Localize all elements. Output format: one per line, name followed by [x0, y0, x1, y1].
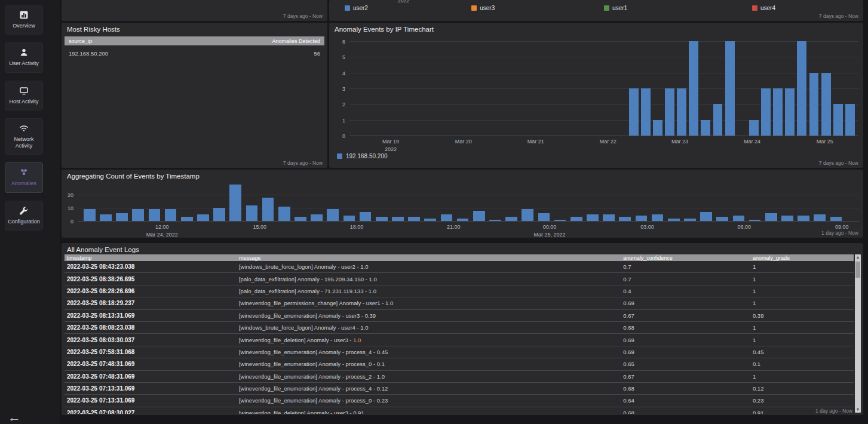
- bar[interactable]: [424, 219, 436, 221]
- bar[interactable]: [814, 214, 826, 221]
- bar[interactable]: [798, 216, 809, 221]
- bar[interactable]: [636, 216, 648, 221]
- bar[interactable]: [181, 217, 193, 221]
- table-row[interactable]: 2022-03-25 07:13:31.069[wineventlog_file…: [65, 383, 854, 395]
- bar[interactable]: [571, 217, 582, 221]
- bar[interactable]: [689, 41, 698, 136]
- bar[interactable]: [761, 88, 771, 136]
- bar[interactable]: [700, 212, 712, 221]
- ip-chart-legend[interactable]: 192.168.50.200: [337, 153, 388, 159]
- sidebar-item-overview[interactable]: Overview: [5, 5, 43, 35]
- bar[interactable]: [100, 214, 112, 221]
- bar[interactable]: [749, 220, 761, 221]
- table-row[interactable]: 2022-03-25 07:08:30.027[wineventlog_file…: [65, 407, 854, 414]
- column-header-anomaly-confidence[interactable]: anomaly_confidence: [621, 255, 750, 261]
- sidebar-item-configuration[interactable]: Configuration: [5, 201, 43, 231]
- bar[interactable]: [295, 217, 306, 221]
- table-row[interactable]: 2022-03-25 08:03:30.037[wineventlog_file…: [65, 334, 854, 346]
- legend-item-user1[interactable]: user1: [604, 5, 627, 11]
- table-row[interactable]: 2022-03-25 08:43:23.038[windows_brute_fo…: [65, 261, 854, 273]
- scroll-up-icon[interactable]: ▲: [855, 254, 861, 260]
- sidebar-item-host-activity[interactable]: Host Activity: [5, 81, 43, 110]
- bar[interactable]: [668, 219, 680, 221]
- bar[interactable]: [701, 120, 710, 136]
- bar[interactable]: [262, 198, 274, 221]
- bar[interactable]: [629, 88, 639, 136]
- bar[interactable]: [821, 73, 831, 136]
- bar[interactable]: [522, 209, 533, 221]
- bar[interactable]: [229, 185, 241, 221]
- bar[interactable]: [641, 88, 651, 136]
- bar[interactable]: [360, 212, 372, 221]
- bar[interactable]: [165, 209, 177, 221]
- column-header-message[interactable]: message: [237, 255, 621, 261]
- bar[interactable]: [733, 216, 745, 221]
- bar[interactable]: [84, 209, 96, 221]
- bar[interactable]: [845, 104, 855, 136]
- bar[interactable]: [197, 214, 209, 221]
- bar[interactable]: [725, 41, 735, 136]
- bar[interactable]: [343, 216, 355, 221]
- bar[interactable]: [830, 217, 842, 221]
- table-row[interactable]: 2022-03-25 07:48:31.069[wineventlog_file…: [65, 371, 854, 383]
- bar[interactable]: [489, 220, 501, 221]
- table-scrollbar[interactable]: ▲ ▼: [855, 254, 861, 413]
- bar[interactable]: [716, 217, 728, 221]
- bar[interactable]: [652, 214, 664, 221]
- bar[interactable]: [132, 209, 144, 221]
- table-row[interactable]: 2022-03-25 07:48:31.069[wineventlog_file…: [65, 358, 854, 370]
- bar[interactable]: [554, 220, 566, 221]
- bar[interactable]: [538, 213, 550, 221]
- legend-item-user3[interactable]: user3: [471, 5, 495, 11]
- column-header-source-ip[interactable]: source_ip: [69, 38, 92, 44]
- bar[interactable]: [765, 213, 777, 221]
- bar[interactable]: [246, 205, 258, 221]
- bar[interactable]: [603, 214, 615, 221]
- column-header-timestamp[interactable]: timestamp: [65, 255, 237, 261]
- table-row[interactable]: 2022-03-25 08:13:31.069[wineventlog_file…: [65, 310, 854, 322]
- bar[interactable]: [653, 120, 662, 136]
- bar[interactable]: [327, 209, 339, 221]
- bar[interactable]: [619, 217, 631, 221]
- bar[interactable]: [149, 209, 161, 221]
- bar[interactable]: [505, 217, 517, 221]
- bar[interactable]: [457, 219, 469, 221]
- bar[interactable]: [773, 88, 783, 136]
- bar[interactable]: [376, 217, 388, 221]
- bar[interactable]: [408, 217, 420, 221]
- back-arrow-icon[interactable]: ←: [8, 410, 21, 424]
- bar[interactable]: [278, 207, 290, 221]
- bar[interactable]: [684, 219, 696, 221]
- bar[interactable]: [833, 104, 843, 136]
- bar[interactable]: [809, 73, 819, 136]
- table-row[interactable]: 192.168.50.200 56: [65, 47, 324, 59]
- bar[interactable]: [311, 214, 323, 221]
- bar[interactable]: [785, 88, 795, 136]
- bar[interactable]: [473, 211, 485, 221]
- bar[interactable]: [441, 214, 453, 221]
- legend-item-user2[interactable]: user2: [345, 5, 368, 11]
- table-row[interactable]: 2022-03-25 07:58:31.068[wineventlog_file…: [65, 346, 854, 358]
- bar[interactable]: [781, 216, 793, 221]
- legend-item-user4[interactable]: user4: [752, 5, 775, 11]
- table-row[interactable]: 2022-03-25 08:38:26.695[palo_data_exfilt…: [65, 273, 854, 285]
- scrollbar-thumb[interactable]: [855, 262, 860, 278]
- bar[interactable]: [392, 217, 404, 221]
- table-row[interactable]: 2022-03-25 08:08:23.038[windows_brute_fo…: [65, 322, 854, 334]
- bar[interactable]: [749, 120, 759, 136]
- column-header-anomaly-grade[interactable]: anomaly_grade: [750, 255, 854, 261]
- column-header-anomalies-detected[interactable]: Anomalies Detected: [272, 38, 320, 44]
- sidebar-item-user-activity[interactable]: User Activity: [5, 42, 43, 72]
- sidebar-item-anomalies[interactable]: Anomalies: [5, 162, 43, 192]
- sidebar-item-network-activity[interactable]: Network Activity: [5, 118, 43, 155]
- bar[interactable]: [116, 213, 128, 221]
- table-row[interactable]: 2022-03-25 08:18:29.237[wineventlog_file…: [65, 297, 854, 309]
- bar[interactable]: [587, 214, 599, 221]
- bar[interactable]: [713, 104, 723, 136]
- table-row[interactable]: 2022-03-25 08:28:26.696[palo_data_exfilt…: [65, 285, 854, 297]
- table-row[interactable]: 2022-03-25 07:13:31.069[wineventlog_file…: [65, 395, 854, 407]
- scroll-down-icon[interactable]: ▼: [855, 407, 861, 413]
- bar[interactable]: [665, 88, 674, 136]
- bar[interactable]: [213, 208, 225, 221]
- bar[interactable]: [797, 41, 806, 136]
